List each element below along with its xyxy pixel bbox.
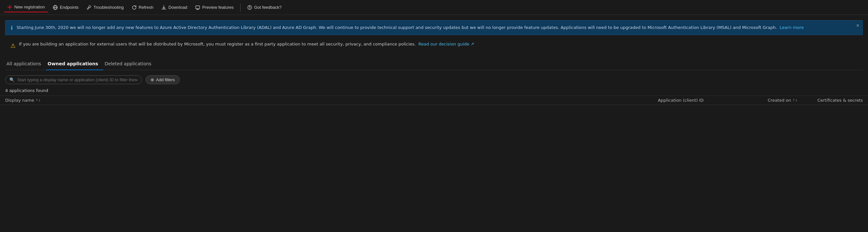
- app-count: 4 applications found: [5, 88, 863, 93]
- new-registration-button[interactable]: New registration: [4, 3, 48, 12]
- first-party-warning-banner: ⚠ If you are building an application for…: [5, 38, 863, 53]
- preview-features-button[interactable]: Preview features: [192, 3, 237, 12]
- col-created-on[interactable]: Created on ↑↓: [733, 98, 798, 103]
- add-filters-label: Add filters: [156, 77, 175, 82]
- banner-body-text: Starting June 30th, 2020 we will no long…: [17, 25, 777, 30]
- display-name-sort[interactable]: ↑↓: [35, 98, 41, 102]
- table-header: Display name ↑↓ Application (client) ID …: [0, 96, 868, 105]
- tab-deleted-applications[interactable]: Deleted applications: [103, 59, 157, 70]
- search-row: 🔍 ⊕ Add filters: [5, 75, 863, 84]
- wrench-icon: [87, 5, 92, 10]
- refresh-icon: [132, 5, 137, 10]
- svg-point-3: [248, 5, 252, 9]
- warning-text: If you are building an application for e…: [19, 41, 474, 47]
- search-wrapper: 🔍: [5, 75, 142, 84]
- info-icon: ℹ: [11, 25, 13, 31]
- tab-owned-applications[interactable]: Owned applications: [46, 59, 103, 70]
- warning-icon: ⚠: [10, 41, 16, 50]
- created-on-sort[interactable]: ↑↓: [792, 98, 798, 102]
- endpoints-icon: [53, 5, 58, 10]
- troubleshooting-label: Troubleshooting: [94, 5, 124, 10]
- svg-rect-2: [196, 6, 199, 9]
- banner-text: Starting June 30th, 2020 we will no long…: [17, 24, 804, 31]
- svg-point-4: [249, 8, 250, 8]
- warning-body-text: If you are building an application for e…: [19, 42, 416, 46]
- search-input[interactable]: [17, 77, 137, 82]
- col-display-name[interactable]: Display name ↑↓: [5, 98, 629, 103]
- got-feedback-button[interactable]: Got feedback?: [244, 3, 285, 12]
- col-certs-secrets: Certificates & secrets: [798, 98, 863, 103]
- search-icon: 🔍: [9, 77, 14, 82]
- download-button[interactable]: Download: [158, 3, 190, 12]
- preview-features-label: Preview features: [202, 5, 234, 10]
- got-feedback-label: Got feedback?: [254, 5, 282, 10]
- decision-guide-link[interactable]: Read our decision guide ↗: [418, 42, 474, 46]
- endpoints-label: Endpoints: [60, 5, 79, 10]
- preview-icon: [195, 5, 200, 10]
- refresh-label: Refresh: [139, 5, 154, 10]
- add-filters-button[interactable]: ⊕ Add filters: [146, 75, 180, 84]
- plus-icon: [7, 5, 12, 10]
- endpoints-button[interactable]: Endpoints: [50, 3, 82, 12]
- add-filters-plus-icon: ⊕: [151, 77, 154, 82]
- refresh-button[interactable]: Refresh: [128, 3, 157, 12]
- feedback-icon: [247, 5, 252, 10]
- toolbar-divider: [240, 4, 241, 11]
- download-icon: [161, 5, 166, 10]
- download-label: Download: [168, 5, 187, 10]
- tab-all-applications[interactable]: All applications: [5, 59, 46, 70]
- app-tabs: All applications Owned applications Dele…: [5, 59, 863, 70]
- banner-close-button[interactable]: ×: [856, 23, 859, 28]
- toolbar: New registration Endpoints Troubleshooti…: [0, 0, 868, 15]
- col-app-client-id: Application (client) ID: [629, 98, 733, 103]
- adal-deprecation-banner: ℹ Starting June 30th, 2020 we will no lo…: [5, 20, 863, 35]
- learn-more-link[interactable]: Learn more: [780, 25, 804, 30]
- new-registration-label: New registration: [14, 5, 45, 9]
- troubleshooting-button[interactable]: Troubleshooting: [83, 3, 127, 12]
